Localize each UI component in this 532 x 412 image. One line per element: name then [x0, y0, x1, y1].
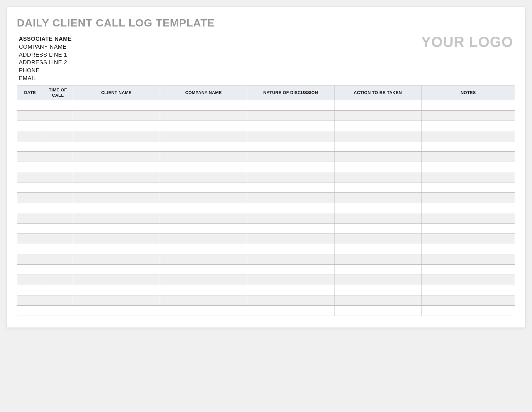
table-cell[interactable] [73, 182, 160, 193]
table-cell[interactable] [247, 254, 334, 265]
table-cell[interactable] [421, 275, 515, 285]
table-cell[interactable] [43, 141, 73, 152]
table-cell[interactable] [43, 265, 73, 275]
table-cell[interactable] [160, 244, 247, 254]
table-cell[interactable] [43, 234, 73, 244]
table-cell[interactable] [73, 152, 160, 162]
table-cell[interactable] [247, 275, 334, 285]
table-cell[interactable] [17, 224, 43, 234]
table-cell[interactable] [17, 265, 43, 275]
table-cell[interactable] [247, 265, 334, 275]
table-cell[interactable] [73, 172, 160, 182]
table-cell[interactable] [247, 172, 334, 182]
table-cell[interactable] [247, 100, 334, 111]
table-cell[interactable] [247, 162, 334, 172]
table-cell[interactable] [421, 254, 515, 265]
table-cell[interactable] [247, 152, 334, 162]
table-cell[interactable] [43, 131, 73, 141]
table-cell[interactable] [73, 213, 160, 224]
table-cell[interactable] [334, 306, 421, 316]
table-cell[interactable] [334, 111, 421, 121]
table-cell[interactable] [73, 306, 160, 316]
table-cell[interactable] [73, 265, 160, 275]
table-cell[interactable] [247, 224, 334, 234]
table-cell[interactable] [17, 203, 43, 213]
table-cell[interactable] [43, 254, 73, 265]
table-cell[interactable] [160, 285, 247, 295]
table-cell[interactable] [160, 193, 247, 203]
table-cell[interactable] [334, 254, 421, 265]
table-cell[interactable] [421, 193, 515, 203]
table-cell[interactable] [334, 275, 421, 285]
table-cell[interactable] [43, 100, 73, 111]
table-cell[interactable] [160, 100, 247, 111]
table-cell[interactable] [334, 234, 421, 244]
table-cell[interactable] [43, 172, 73, 182]
table-cell[interactable] [160, 234, 247, 244]
table-cell[interactable] [160, 131, 247, 141]
table-cell[interactable] [17, 244, 43, 254]
table-cell[interactable] [73, 131, 160, 141]
table-cell[interactable] [43, 213, 73, 224]
table-cell[interactable] [43, 182, 73, 193]
table-cell[interactable] [43, 244, 73, 254]
table-cell[interactable] [160, 111, 247, 121]
table-cell[interactable] [17, 162, 43, 172]
table-cell[interactable] [160, 265, 247, 275]
table-cell[interactable] [43, 193, 73, 203]
table-cell[interactable] [334, 265, 421, 275]
table-cell[interactable] [73, 275, 160, 285]
table-cell[interactable] [73, 141, 160, 152]
table-cell[interactable] [160, 203, 247, 213]
table-cell[interactable] [160, 182, 247, 193]
table-cell[interactable] [421, 141, 515, 152]
table-cell[interactable] [43, 224, 73, 234]
table-cell[interactable] [17, 306, 43, 316]
table-cell[interactable] [247, 244, 334, 254]
table-cell[interactable] [247, 234, 334, 244]
table-cell[interactable] [73, 203, 160, 213]
table-cell[interactable] [17, 111, 43, 121]
table-cell[interactable] [17, 193, 43, 203]
table-cell[interactable] [43, 285, 73, 295]
table-cell[interactable] [17, 295, 43, 306]
table-cell[interactable] [334, 172, 421, 182]
table-cell[interactable] [421, 172, 515, 182]
table-cell[interactable] [334, 152, 421, 162]
table-cell[interactable] [73, 224, 160, 234]
table-cell[interactable] [334, 285, 421, 295]
table-cell[interactable] [73, 285, 160, 295]
table-cell[interactable] [421, 182, 515, 193]
table-cell[interactable] [421, 244, 515, 254]
table-cell[interactable] [421, 285, 515, 295]
table-cell[interactable] [160, 306, 247, 316]
table-cell[interactable] [73, 193, 160, 203]
table-cell[interactable] [247, 111, 334, 121]
table-cell[interactable] [160, 254, 247, 265]
table-cell[interactable] [17, 182, 43, 193]
table-cell[interactable] [334, 182, 421, 193]
table-cell[interactable] [160, 213, 247, 224]
table-cell[interactable] [247, 182, 334, 193]
table-cell[interactable] [421, 295, 515, 306]
table-cell[interactable] [334, 100, 421, 111]
table-cell[interactable] [73, 244, 160, 254]
table-cell[interactable] [160, 162, 247, 172]
table-cell[interactable] [160, 172, 247, 182]
table-cell[interactable] [247, 141, 334, 152]
table-cell[interactable] [73, 162, 160, 172]
table-cell[interactable] [160, 152, 247, 162]
table-cell[interactable] [421, 100, 515, 111]
table-cell[interactable] [73, 254, 160, 265]
table-cell[interactable] [421, 306, 515, 316]
table-cell[interactable] [160, 275, 247, 285]
table-cell[interactable] [17, 172, 43, 182]
table-cell[interactable] [17, 234, 43, 244]
table-cell[interactable] [73, 234, 160, 244]
table-cell[interactable] [17, 285, 43, 295]
table-cell[interactable] [421, 162, 515, 172]
table-cell[interactable] [43, 162, 73, 172]
table-cell[interactable] [43, 295, 73, 306]
table-cell[interactable] [334, 131, 421, 141]
table-cell[interactable] [421, 213, 515, 224]
